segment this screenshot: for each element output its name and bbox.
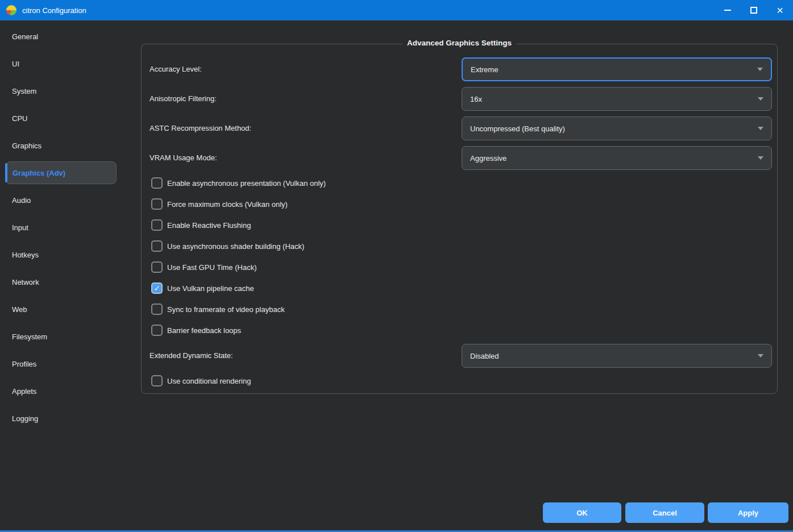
- extended-dynamic-state-label: Extended Dynamic State:: [150, 344, 233, 368]
- checkbox-icon: [151, 304, 163, 315]
- maximize-button[interactable]: [741, 0, 767, 20]
- window-title: citron Configuration: [22, 6, 86, 15]
- sidebar-item-logging[interactable]: Logging: [6, 407, 117, 430]
- extended-dynamic-state-value: Disabled: [470, 352, 499, 360]
- checkbox-barrier-feedback-loops[interactable]: Barrier feedback loops: [151, 325, 241, 336]
- anisotropic-filtering-select[interactable]: 16x: [462, 87, 772, 111]
- sidebar-item-label: Profiles: [12, 360, 36, 368]
- sidebar-item-general[interactable]: General: [6, 25, 117, 48]
- checkbox-icon: [151, 375, 163, 386]
- astc-recompression-label: ASTC Recompression Method:: [150, 117, 251, 140]
- checkbox-icon: [151, 177, 163, 189]
- sidebar-item-label: Graphics (Adv): [13, 169, 65, 177]
- astc-recompression-value: Uncompressed (Best quality): [470, 124, 565, 133]
- chevron-down-icon: [758, 156, 763, 160]
- vram-usage-mode-select[interactable]: Aggressive: [462, 146, 772, 170]
- sidebar-item-web[interactable]: Web: [6, 298, 117, 321]
- apply-button[interactable]: Apply: [708, 502, 788, 523]
- accuracy-level-label: Accuracy Level:: [150, 57, 202, 81]
- checkbox-async-shader-building[interactable]: Use asynchronous shader building (Hack): [151, 240, 304, 252]
- sidebar-item-audio[interactable]: Audio: [6, 189, 117, 211]
- window-controls: ×: [715, 0, 793, 20]
- checkbox-force-max-clocks[interactable]: Force maximum clocks (Vulkan only): [151, 198, 288, 210]
- chevron-down-icon: [758, 97, 763, 101]
- anisotropic-filtering-value: 16x: [470, 95, 482, 103]
- sidebar-item-label: Network: [12, 278, 39, 286]
- vram-usage-mode-label: VRAM Usage Mode:: [150, 146, 217, 170]
- minimize-button[interactable]: [715, 0, 741, 20]
- sidebar-item-label: Input: [12, 223, 28, 232]
- settings-sidebar: General UI System CPU Graphics Graphics …: [0, 20, 131, 530]
- checkbox-icon: [151, 261, 163, 273]
- sidebar-item-label: Hotkeys: [12, 251, 39, 259]
- sidebar-item-cpu[interactable]: CPU: [6, 107, 117, 130]
- minimize-icon: [724, 10, 731, 11]
- sidebar-item-graphics[interactable]: Graphics: [6, 134, 117, 157]
- checkbox-checked-icon: ✓: [151, 282, 163, 294]
- ok-button[interactable]: OK: [543, 502, 621, 523]
- sidebar-item-label: Audio: [12, 196, 31, 205]
- astc-recompression-select[interactable]: Uncompressed (Best quality): [462, 117, 772, 140]
- chevron-down-icon: [758, 127, 763, 130]
- sidebar-item-label: Filesystem: [12, 332, 47, 341]
- sidebar-item-label: UI: [12, 60, 19, 68]
- checkbox-reactive-flushing[interactable]: Enable Reactive Flushing: [151, 219, 251, 231]
- sidebar-item-graphics-adv[interactable]: Graphics (Adv): [6, 161, 117, 184]
- close-button[interactable]: ×: [767, 0, 793, 20]
- maximize-icon: [750, 7, 757, 14]
- sidebar-item-input[interactable]: Input: [6, 216, 117, 239]
- accuracy-level-select[interactable]: Extreme: [462, 57, 772, 81]
- checkbox-icon: [151, 198, 163, 210]
- vram-usage-mode-value: Aggressive: [470, 154, 506, 163]
- sidebar-item-label: System: [12, 87, 36, 95]
- group-title: Advanced Graphics Settings: [402, 39, 516, 47]
- checkbox-async-presentation[interactable]: Enable asynchronous presentation (Vulkan…: [151, 177, 326, 189]
- advanced-graphics-group: Advanced Graphics Settings Accuracy Leve…: [141, 44, 778, 394]
- sidebar-item-profiles[interactable]: Profiles: [6, 352, 117, 375]
- sidebar-item-hotkeys[interactable]: Hotkeys: [6, 243, 117, 266]
- checkbox-icon: [151, 219, 163, 231]
- close-icon: ×: [777, 5, 783, 16]
- checkbox-icon: [151, 325, 163, 336]
- sidebar-item-label: Applets: [12, 387, 36, 396]
- accuracy-level-value: Extreme: [471, 65, 498, 74]
- sidebar-item-system[interactable]: System: [6, 80, 117, 102]
- chevron-down-icon: [758, 354, 763, 358]
- sidebar-item-label: Logging: [12, 414, 38, 423]
- sidebar-item-label: Web: [12, 305, 27, 314]
- chevron-down-icon: [757, 68, 763, 71]
- app-icon: [6, 5, 16, 15]
- sidebar-item-ui[interactable]: UI: [6, 52, 117, 75]
- sidebar-item-network[interactable]: Network: [6, 271, 117, 293]
- sidebar-item-applets[interactable]: Applets: [6, 380, 117, 402]
- sidebar-item-label: Graphics: [12, 142, 41, 150]
- checkbox-fast-gpu-time[interactable]: Use Fast GPU Time (Hack): [151, 261, 256, 273]
- sidebar-item-filesystem[interactable]: Filesystem: [6, 325, 117, 348]
- anisotropic-filtering-label: Anisotropic Filtering:: [150, 87, 217, 111]
- sidebar-item-label: CPU: [12, 114, 27, 123]
- extended-dynamic-state-select[interactable]: Disabled: [462, 344, 772, 368]
- checkbox-vulkan-pipeline-cache[interactable]: ✓ Use Vulkan pipeline cache: [151, 282, 254, 294]
- cancel-button[interactable]: Cancel: [625, 502, 704, 523]
- titlebar: citron Configuration ×: [0, 0, 793, 20]
- checkbox-sync-framerate-video[interactable]: Sync to framerate of video playback: [151, 304, 285, 315]
- sidebar-item-label: General: [12, 32, 38, 41]
- checkbox-icon: [151, 240, 163, 252]
- checkbox-conditional-rendering[interactable]: Use conditional rendering: [151, 375, 251, 386]
